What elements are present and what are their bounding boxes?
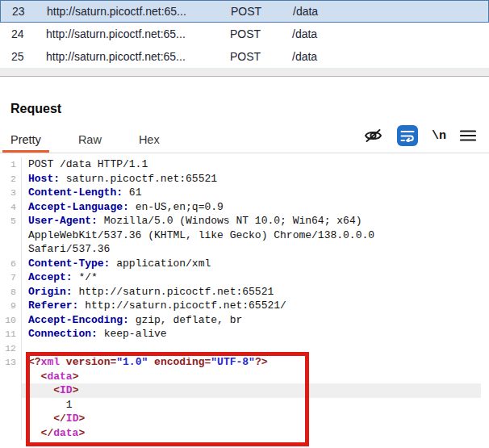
- line-number: 8: [0, 285, 22, 299]
- table-footer-strip: [0, 68, 489, 77]
- burp-request-view: 23 http://saturn.picoctf.net:65... POST …: [0, 0, 489, 448]
- line-number: [0, 228, 22, 243]
- code-line-text: Accept: */*: [22, 270, 481, 285]
- code-line-text: POST /data HTTP/1.1: [22, 157, 481, 172]
- code-line-text: [22, 341, 481, 356]
- line-number: [0, 383, 22, 398]
- code-line-text: <ID>: [22, 383, 481, 398]
- code-line-text: AppleWebKit/537.36 (KHTML, like Gecko) C…: [22, 228, 481, 243]
- row-path: /data: [292, 27, 489, 40]
- line-number: [0, 370, 22, 384]
- word-wrap-icon[interactable]: [397, 125, 418, 146]
- code-line: <data>: [0, 370, 489, 384]
- code-line: </data>: [0, 426, 489, 441]
- code-line: 2Host: saturn.picoctf.net:65521: [0, 172, 489, 186]
- line-number: 2: [0, 172, 22, 186]
- code-line-text: Accept-Language: en-US,en;q=0.9: [22, 200, 481, 215]
- code-line-text: </ID>: [22, 412, 481, 426]
- code-line-text: Connection: keep-alive: [22, 327, 481, 341]
- line-number: 7: [0, 270, 22, 285]
- code-line-text: Origin: http://saturn.picoctf.net:65521: [22, 285, 481, 299]
- line-number: 12: [0, 341, 22, 356]
- row-host: http://saturn.picoctf.net:65...: [47, 5, 231, 18]
- code-line-text: Accept-Encoding: gzip, deflate, br: [22, 313, 481, 328]
- code-line: 12: [0, 341, 489, 356]
- row-path: /data: [293, 5, 488, 18]
- code-line: 1: [0, 398, 489, 412]
- line-number: [0, 426, 22, 441]
- visibility-toggle-icon[interactable]: [363, 127, 383, 144]
- code-line: 4Accept-Language: en-US,en;q=0.9: [0, 200, 489, 215]
- row-number: 25: [0, 50, 46, 63]
- row-host: http://saturn.picoctf.net:65...: [46, 27, 230, 40]
- code-line: 6Content-Type: application/xml: [0, 257, 489, 271]
- line-number: 10: [0, 313, 22, 328]
- line-number: [0, 242, 22, 257]
- code-line: AppleWebKit/537.36 (KHTML, like Gecko) C…: [0, 228, 489, 243]
- code-line: 7Accept: */*: [0, 270, 489, 285]
- history-row[interactable]: 24 http://saturn.picoctf.net:65... POST …: [0, 23, 489, 45]
- row-number: 24: [0, 27, 46, 40]
- editor-menu-icon[interactable]: [460, 129, 476, 142]
- newline-characters-icon[interactable]: \n: [432, 129, 446, 143]
- code-line: 1POST /data HTTP/1.1: [0, 157, 489, 172]
- line-number: 4: [0, 200, 22, 215]
- code-line: 9Referer: http://saturn.picoctf.net:6552…: [0, 299, 489, 313]
- line-number: 9: [0, 299, 22, 313]
- line-number: 6: [0, 257, 22, 271]
- row-host: http://saturn.picoctf.net:65...: [46, 50, 230, 63]
- code-line-text: Referer: http://saturn.picoctf.net:65521…: [22, 299, 481, 313]
- request-tab-bar: Pretty Raw Hex \n: [0, 125, 489, 153]
- line-number: 1: [0, 157, 22, 172]
- line-number: [0, 412, 22, 426]
- code-line: 3Content-Length: 61: [0, 186, 489, 200]
- code-line-text: 1: [22, 398, 481, 412]
- line-number: [0, 398, 22, 412]
- code-line-text: Host: saturn.picoctf.net:65521: [22, 172, 481, 186]
- history-row[interactable]: 23 http://saturn.picoctf.net:65... POST …: [0, 0, 489, 23]
- line-number: 5: [0, 214, 22, 228]
- row-method: POST: [230, 50, 292, 63]
- request-panel-title: Request: [10, 102, 489, 116]
- code-line-text: </data>: [22, 426, 481, 441]
- http-history-table: 23 http://saturn.picoctf.net:65... POST …: [0, 0, 489, 68]
- row-method: POST: [230, 27, 292, 40]
- code-line: Safari/537.36: [0, 242, 489, 257]
- code-line: 11Connection: keep-alive: [0, 327, 489, 341]
- line-number: 13: [0, 355, 22, 370]
- code-line: 13<?xml version="1.0" encoding="UTF-8"?>: [0, 355, 489, 370]
- tab-raw[interactable]: Raw: [70, 133, 110, 153]
- history-row[interactable]: 25 http://saturn.picoctf.net:65... POST …: [0, 45, 489, 68]
- row-number: 23: [1, 5, 47, 18]
- tab-hex[interactable]: Hex: [131, 133, 168, 153]
- code-line: <ID>: [0, 383, 489, 398]
- code-line: 10Accept-Encoding: gzip, deflate, br: [0, 313, 489, 328]
- code-line: 8Origin: http://saturn.picoctf.net:65521: [0, 285, 489, 299]
- code-line-text: Content-Length: 61: [22, 186, 481, 200]
- row-method: POST: [231, 5, 293, 18]
- code-line-text: <data>: [22, 370, 481, 384]
- line-number: 11: [0, 327, 22, 341]
- line-number: 3: [0, 186, 22, 200]
- code-line-text: <?xml version="1.0" encoding="UTF-8"?>: [22, 355, 481, 370]
- code-line-text: Safari/537.36: [22, 242, 481, 257]
- code-line-text: Content-Type: application/xml: [22, 257, 481, 271]
- row-path: /data: [292, 50, 489, 63]
- code-line: 5User-Agent: Mozilla/5.0 (Windows NT 10.…: [0, 214, 489, 228]
- code-line-text: User-Agent: Mozilla/5.0 (Windows NT 10.0…: [22, 214, 481, 228]
- editor-toolbar: \n: [363, 125, 489, 153]
- request-editor[interactable]: 1POST /data HTTP/1.12Host: saturn.picoct…: [0, 153, 489, 440]
- tab-pretty[interactable]: Pretty: [2, 133, 49, 153]
- code-line: </ID>: [0, 412, 489, 426]
